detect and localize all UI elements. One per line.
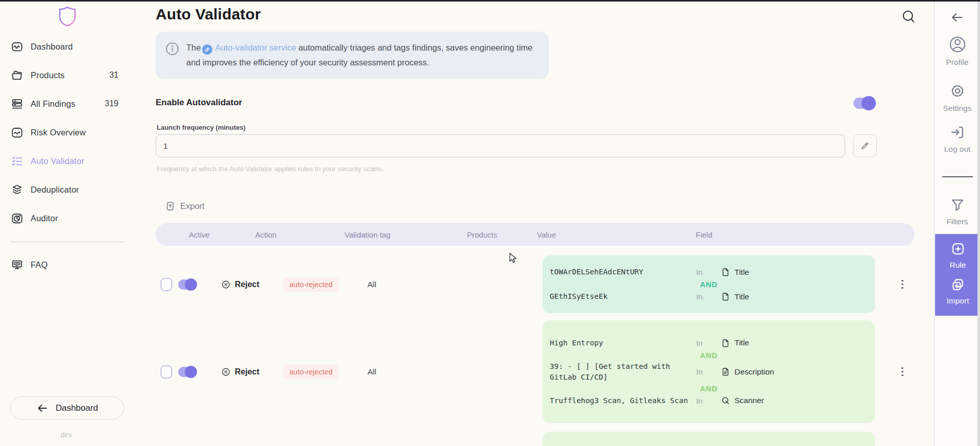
sidebar-item-faq[interactable]: FAQ: [0, 250, 133, 279]
rule-row: Particularly In Description: [156, 432, 915, 446]
environment-label: dev: [0, 431, 133, 439]
condition-line: 39: - [ ] [Get started with GitLab CI/CD…: [550, 361, 868, 383]
condition-field: Title: [721, 338, 749, 348]
sidebar-item-risk-overview[interactable]: Risk Overview: [0, 118, 133, 147]
back-to-dashboard-button[interactable]: Dashboard: [10, 396, 124, 419]
sidebar-divider: [10, 242, 124, 242]
right-sidebar-item-profile[interactable]: Profile: [935, 35, 980, 67]
condition-value: Trufflehog3 Scan, Gitleaks Scan: [550, 395, 696, 406]
logout-icon: [949, 124, 966, 140]
gear-icon: [949, 82, 966, 100]
export-button-label: Export: [180, 201, 205, 211]
auditor-icon: [11, 212, 23, 225]
column-header-products: Products: [467, 223, 497, 246]
collapse-panel-arrow-icon[interactable]: [950, 10, 964, 25]
right-sidebar-item-label: Log out: [944, 145, 971, 154]
back-button-label: Dashboard: [56, 403, 98, 413]
findings-icon: [11, 98, 23, 110]
window-top-border: [0, 0, 980, 2]
launch-frequency-label: Launch frequency (minutes): [157, 124, 246, 131]
panel-action-rule[interactable]: Rule: [935, 241, 980, 270]
condition-operator: In: [696, 396, 721, 405]
sidebar-item-deduplicator[interactable]: Deduplicator: [0, 175, 133, 204]
sidebar-item-label: Auto Validator: [31, 156, 84, 166]
condition-field: Description: [721, 367, 774, 377]
right-sidebar-item-log-out[interactable]: Log out: [935, 124, 980, 154]
row-active-toggle[interactable]: [178, 279, 195, 290]
reject-icon: [221, 279, 231, 289]
sidebar-item-auditor[interactable]: Auditor: [0, 204, 133, 232]
and-operator-label: AND: [550, 351, 868, 360]
condition-value: High Entropy: [550, 338, 696, 348]
panel-action-label: Rule: [950, 261, 966, 270]
rule-actions-panel: Rule Import: [935, 234, 977, 316]
condition-field: Scanner: [721, 396, 764, 406]
rule-row: Rejectauto-rejectedAll High Entropy In T…: [156, 320, 915, 423]
search-icon[interactable]: [901, 9, 916, 24]
condition-field: Title: [721, 267, 749, 277]
condition-operator: In: [696, 339, 721, 347]
condition-operator: In: [696, 367, 721, 376]
row-menu-button[interactable]: [897, 278, 908, 291]
column-header-validation-tag: Validation tag: [345, 223, 390, 246]
right-sidebar-divider: [942, 176, 973, 177]
action-cell: Reject: [221, 367, 259, 377]
condition-line: Trufflehog3 Scan, Gitleaks Scan In Scann…: [550, 394, 868, 407]
sidebar-item-all-findings[interactable]: All Findings319: [0, 89, 133, 118]
app-logo-shield-icon: [58, 6, 77, 27]
sidebar-item-count: 319: [105, 99, 118, 108]
row-checkbox[interactable]: [161, 278, 172, 291]
info-banner: TheAuto-validator service automatically …: [156, 32, 549, 79]
auto-validator-service-link[interactable]: Auto-validator service: [215, 43, 296, 52]
condition-value: 39: - [ ] [Get started with GitLab CI/CD…: [550, 361, 696, 383]
arrow-left-icon: [36, 402, 48, 414]
sidebar-item-auto-validator[interactable]: Auto Validator: [0, 147, 133, 175]
page-scrollbar[interactable]: [977, 0, 980, 446]
export-button[interactable]: Export: [165, 201, 205, 212]
right-sidebar-item-label: Filters: [946, 217, 968, 226]
condition-value: tOWArDELSehEAdcENtURY: [550, 267, 696, 277]
column-header-action: Action: [255, 223, 277, 246]
scanner-icon: [721, 396, 730, 406]
sidebar-item-label: Risk Overview: [31, 128, 86, 137]
row-active-toggle[interactable]: [178, 367, 195, 377]
condition-line: GEthISyEtseEk In Title: [550, 290, 868, 303]
column-header-field: Field: [696, 223, 713, 246]
sidebar-item-label: Deduplicator: [31, 185, 79, 195]
add-rule-icon: [950, 241, 966, 256]
reject-icon: [221, 367, 231, 377]
launch-frequency-input[interactable]: [156, 134, 845, 157]
export-icon: [165, 201, 176, 212]
sidebar-item-products[interactable]: Products31: [0, 61, 133, 89]
row-menu-button[interactable]: [897, 366, 908, 378]
right-sidebar-item-label: Profile: [946, 58, 969, 67]
banner-text-prefix: The: [186, 43, 201, 52]
sidebar-item-label: Products: [31, 71, 65, 80]
right-sidebar-item-settings[interactable]: Settings: [935, 82, 980, 113]
products-cell: All: [368, 367, 376, 377]
column-header-value: Value: [537, 223, 556, 246]
sidebar-item-label: Dashboard: [31, 42, 73, 52]
sidebar-item-label: FAQ: [31, 260, 48, 270]
right-sidebar-item-filters[interactable]: Filters: [935, 197, 980, 226]
condition-operator: In: [696, 292, 721, 301]
validation-tag-badge: auto-rejected: [283, 365, 339, 379]
pencil-icon: [861, 142, 869, 150]
condition-operator: In: [696, 268, 721, 276]
condition-field-label: Title: [734, 338, 749, 347]
sidebar-item-count: 31: [109, 71, 118, 80]
validation-tag-badge: auto-rejected: [283, 277, 339, 292]
table-header: ActiveActionValidation tagProductsValueF…: [156, 223, 915, 246]
dashboard-icon: [11, 40, 23, 53]
link-icon: [202, 44, 212, 55]
rule-row: Rejectauto-rejectedAll tOWArDELSehEAdcEN…: [156, 255, 915, 313]
panel-action-import[interactable]: Import: [935, 277, 980, 306]
right-sidebar-item-label: Settings: [943, 104, 971, 113]
row-checkbox[interactable]: [161, 365, 172, 378]
enable-autovalidator-toggle[interactable]: [853, 98, 874, 109]
frequency-help-text: Frequency at which the Auto Validator ap…: [157, 165, 383, 173]
edit-frequency-button[interactable]: [853, 134, 877, 157]
sidebar-item-dashboard[interactable]: Dashboard: [0, 32, 133, 61]
condition-field-label: Title: [734, 268, 749, 277]
sidebar-item-label: All Findings: [31, 99, 76, 109]
